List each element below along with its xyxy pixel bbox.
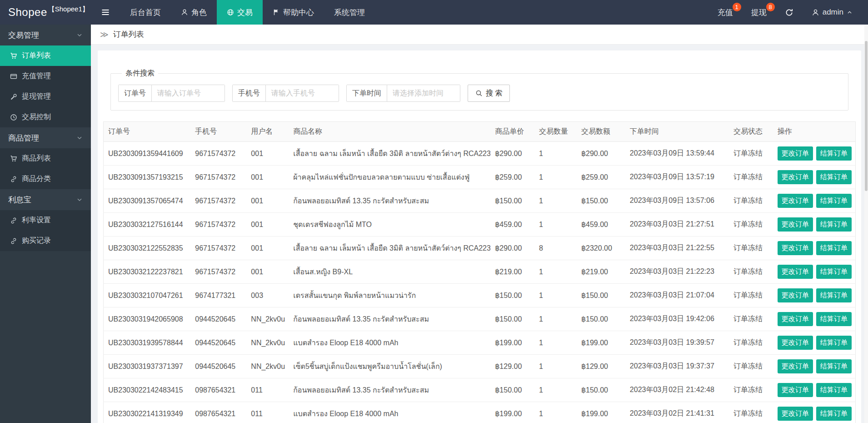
nav-item-roles[interactable]: 角色 (171, 0, 217, 25)
recharge-link[interactable]: 充值 1 (708, 0, 742, 25)
change-order-button[interactable]: 更改订单 (778, 217, 813, 232)
withdraw-badge: 8 (766, 3, 775, 11)
change-order-button[interactable]: 更改订单 (778, 288, 813, 302)
settle-order-button[interactable]: 结算订单 (816, 312, 852, 326)
scrollbar[interactable] (864, 25, 868, 423)
nav-item-system[interactable]: 系统管理 (324, 0, 375, 25)
cell-amount: ฿259.00 (577, 166, 625, 189)
col-product-name: 商品名称 (289, 122, 490, 142)
globe-icon (227, 9, 234, 16)
change-order-button[interactable]: 更改订单 (778, 170, 813, 184)
change-order-button[interactable]: 更改订单 (778, 359, 813, 373)
cell-user: 011 (246, 378, 289, 402)
cell-phone: 0987654321 (190, 402, 246, 423)
cell-time: 2023年03月03日 21:22:55 (625, 237, 729, 260)
cell-status: 订单冻结 (729, 378, 773, 402)
settle-order-button[interactable]: 结算订单 (816, 288, 852, 302)
cell-actions: 更改订单结算订单 (773, 166, 856, 189)
settle-order-button[interactable]: 结算订单 (816, 241, 852, 255)
search-button[interactable]: 搜 索 (468, 85, 510, 102)
sidebar-group-products[interactable]: 商品管理 (0, 127, 91, 148)
cell-phone: 0944520645 (190, 307, 246, 331)
search-filter-box: 条件搜索 订单号 手机号 下单时间 (110, 69, 848, 111)
withdraw-link[interactable]: 提现 8 (742, 0, 776, 25)
sidebar-item-label: 购买记录 (22, 236, 51, 246)
sidebar-item-label: 商品分类 (22, 174, 51, 184)
settle-order-button[interactable]: 结算订单 (816, 383, 852, 397)
sidebar-item-withdraw-mgmt[interactable]: 提现管理 (0, 86, 91, 107)
cell-time: 2023年03月03日 21:27:51 (625, 213, 729, 237)
cell-order-no: UB2303032107047261 (104, 284, 191, 307)
change-order-button[interactable]: 更改订单 (778, 407, 813, 421)
table-row: UB23030221424834150987654321011ก้อนพลอยอ… (104, 378, 856, 402)
nav-item-dashboard[interactable]: 后台首页 (120, 0, 171, 25)
refresh-icon (785, 8, 793, 17)
sidebar-item-label: 订单列表 (22, 51, 51, 60)
change-order-button[interactable]: 更改订单 (778, 194, 813, 208)
settle-order-button[interactable]: 结算订单 (816, 407, 852, 421)
cell-qty: 1 (534, 142, 577, 166)
sidebar-group-trade[interactable]: 交易管理 (0, 25, 91, 45)
sidebar-group-interest[interactable]: 利息宝 (0, 189, 91, 210)
settle-order-button[interactable]: 结算订单 (816, 217, 852, 232)
cell-order-no: UB2303022141319349 (104, 402, 191, 423)
settle-order-button[interactable]: 结算订单 (816, 265, 852, 279)
hamburger-menu-icon[interactable] (91, 0, 120, 25)
change-order-button[interactable]: 更改订单 (778, 265, 813, 279)
phone-input[interactable] (266, 85, 339, 101)
order-no-input[interactable] (152, 85, 224, 101)
cell-time: 2023年03月03日 21:22:23 (625, 260, 729, 284)
breadcrumb-chevrons-icon: ≫ (100, 30, 109, 40)
nav-item-trade[interactable]: 交易 (217, 0, 263, 25)
settle-order-button[interactable]: 结算订单 (816, 336, 852, 350)
sidebar-item-product-category[interactable]: 商品分类 (0, 169, 91, 189)
cell-user: 001 (246, 142, 289, 166)
settle-order-button[interactable]: 结算订单 (816, 359, 852, 373)
table-row: UB23030321275161449671574372001ชุดเดรสชี… (104, 213, 856, 237)
scrollbar-thumb[interactable] (865, 41, 868, 191)
change-order-button[interactable]: 更改订单 (778, 312, 813, 326)
cell-actions: 更改订单结算订单 (773, 189, 856, 213)
orders-card: 条件搜索 订单号 手机号 下单时间 (98, 50, 861, 423)
sidebar-item-recharge-mgmt[interactable]: 充值管理 (0, 66, 91, 86)
nav-item-label: 帮助中心 (283, 7, 314, 18)
refresh-button[interactable] (776, 0, 803, 25)
cell-amount: ฿150.00 (577, 378, 625, 402)
cell-order-no: UB2303031942065908 (104, 307, 191, 331)
cell-amount: ฿150.00 (577, 307, 625, 331)
change-order-button[interactable]: 更改订单 (778, 383, 813, 397)
sidebar-item-order-list[interactable]: 订单列表 (0, 45, 91, 66)
cell-qty: 1 (534, 378, 577, 402)
cell-status: 订单冻结 (729, 166, 773, 189)
nav-item-help-center[interactable]: 帮助中心 (263, 0, 324, 25)
cell-status: 订单冻结 (729, 189, 773, 213)
sidebar-item-product-list[interactable]: 商品列表 (0, 148, 91, 169)
change-order-button[interactable]: 更改订单 (778, 336, 813, 350)
cell-time: 2023年03月09日 13:57:06 (625, 189, 729, 213)
sidebar-item-purchase-records[interactable]: 购买记录 (0, 231, 91, 251)
table-row: UB23030221413193490987654321011แบตสำรอง … (104, 402, 856, 423)
cell-user: 001 (246, 260, 289, 284)
user-menu[interactable]: admin (803, 0, 862, 25)
table-row: UB23030913571932159671574372001ผ้าคลุมไห… (104, 166, 856, 189)
cell-status: 订单冻结 (729, 284, 773, 307)
cell-price: ฿150.00 (490, 378, 534, 402)
cell-actions: 更改订单结算订单 (773, 237, 856, 260)
cell-qty: 1 (534, 402, 577, 423)
change-order-button[interactable]: 更改订单 (778, 241, 813, 255)
settle-order-button[interactable]: 结算订单 (816, 146, 852, 161)
brand-logo[interactable]: Shopee 【Shopee1】 (0, 0, 91, 25)
clock-icon (10, 114, 17, 121)
order-time-input[interactable] (387, 85, 460, 101)
sidebar-item-rate-settings[interactable]: 利率设置 (0, 210, 91, 231)
chevron-up-icon (847, 10, 853, 15)
change-order-button[interactable]: 更改订单 (778, 146, 813, 161)
settle-order-button[interactable]: 结算订单 (816, 170, 852, 184)
settle-order-button[interactable]: 结算订单 (816, 194, 852, 208)
cell-order-no: UB2303091359441609 (104, 142, 191, 166)
order-no-group: 订单号 (118, 85, 225, 102)
cell-order-no: UB2303032127516144 (104, 213, 191, 237)
cell-amount: ฿199.00 (577, 402, 625, 423)
cell-phone: 9671574372 (190, 260, 246, 284)
sidebar-item-trade-control[interactable]: 交易控制 (0, 107, 91, 127)
